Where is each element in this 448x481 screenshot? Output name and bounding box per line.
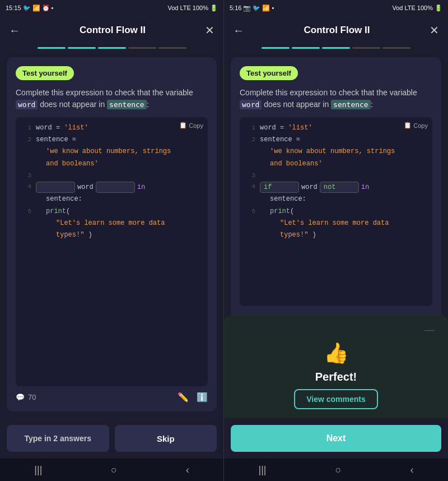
right-sentence-highlight: sentence [331,100,371,109]
left-word-highlight: word [16,100,38,109]
right-nav-title: Control Flow II [244,25,430,36]
left-progress-bar [0,45,223,50]
left-progress-2 [68,47,96,49]
left-line-5a: "Let's learn some more data [21,218,202,229]
left-code-block-wrapper: 📋 Copy 1 word = 'list' 2 sentence = 'we … [16,117,208,386]
right-home-icon[interactable]: ○ [335,464,342,476]
right-progress-3 [322,47,350,49]
right-battery: 100% [417,4,433,11]
right-time: 5:16 [230,4,241,11]
right-wifi-icon: 📶 [262,4,270,12]
left-card-description: Complete this expression to check that t… [16,87,208,110]
left-copy-button[interactable]: 📋 Copy [179,122,203,129]
right-line-4b: sentence: [245,194,427,205]
left-menu-icon[interactable]: ||| [34,464,42,476]
left-copy-icon: 📋 [179,122,187,129]
left-line-2: 2 sentence = [21,135,202,145]
right-line-4: 4 word in [245,182,427,193]
right-progress-2 [292,47,320,49]
left-line-2a: 'we know about numbers, strings [21,146,202,157]
left-alarm-icon: ⏰ [42,4,50,12]
right-card-description: Complete this expression to check that t… [240,87,432,110]
left-line-5b: types!" ) [21,230,202,240]
right-progress-1 [262,47,290,49]
left-card: Test yourself Complete this expression t… [7,57,217,411]
right-menu-icon[interactable]: ||| [259,464,267,476]
left-line-1: 1 word = 'list' [21,123,202,133]
left-edit-icon[interactable]: ✏️ [178,392,189,403]
left-twitter-icon: 🐦 [23,4,31,12]
left-close-button[interactable]: ✕ [205,24,214,37]
success-title: Perfect! [315,371,357,383]
right-status-bar: 5:16 📷 🐦 📶 • Vod LTE 100% 🔋 [224,0,448,16]
left-home-icon[interactable]: ○ [111,464,117,476]
right-line-2b: and booleans' [245,159,427,169]
left-progress-4 [128,47,156,49]
left-progress-5 [158,47,186,49]
left-battery-icon: 🔋 [210,4,218,12]
right-signal: Vod LTE [392,4,415,11]
right-twitter-icon: 🐦 [253,4,260,12]
right-line-5b: types!" ) [245,230,427,240]
right-progress-5 [382,47,410,49]
left-back-button[interactable]: ← [9,24,20,37]
right-battery-icon: 🔋 [435,4,442,12]
right-copy-icon: 📋 [404,122,412,129]
left-comment-icon: 💬 [16,393,25,401]
left-comment-section[interactable]: 💬 70 [16,393,36,401]
left-footer-icons: ✏️ ℹ️ [178,392,208,403]
left-dot: • [52,4,54,11]
type-answers-button[interactable]: Type in 2 answers [7,425,109,452]
left-test-badge: Test yourself [16,66,74,80]
right-word-highlight: word [240,100,262,109]
success-thumbs-up-icon: 👍 [324,341,349,365]
left-line-2b: and booleans' [21,159,202,169]
left-wifi-icon: 📶 [32,4,40,12]
left-line-4b: sentence: [21,194,202,205]
left-back-nav-icon[interactable]: ‹ [186,464,189,476]
left-main-content: Test yourself Complete this expression t… [0,50,223,418]
left-progress-1 [38,47,66,49]
left-time: 15:15 [6,4,21,11]
right-copy-button[interactable]: 📋 Copy [404,122,428,129]
right-back-nav-icon[interactable]: ‹ [410,464,413,476]
success-action-icons: — [424,324,439,336]
right-input-2[interactable] [320,182,359,193]
right-line-5: 5 print( [245,206,427,217]
skip-button[interactable]: Skip [115,425,217,452]
right-line-2a: 'we know about numbers, strings [245,146,427,157]
right-code-block-wrapper: 📋 Copy 1 word = 'list' 2 sentence = 'we … [240,117,432,306]
right-photo-icon: 📷 [243,4,251,12]
success-overlay: — 👍 Perfect! View comments [224,315,448,418]
left-status-bar: 15:15 🐦 📶 ⏰ • Vod LTE 100% 🔋 [0,0,223,16]
view-comments-button[interactable]: View comments [294,389,378,409]
right-phone-panel: 5:16 📷 🐦 📶 • Vod LTE 100% 🔋 ← Control Fl… [224,0,448,481]
next-button[interactable]: Next [231,425,441,452]
left-phone-panel: 15:15 🐦 📶 ⏰ • Vod LTE 100% 🔋 ← Control F… [0,0,224,481]
left-info-icon[interactable]: ℹ️ [197,392,208,403]
right-bottom-buttons: Next [224,418,448,459]
left-line-4: 4 word in [21,182,202,193]
right-code-block: 📋 Copy 1 word = 'list' 2 sentence = 'we … [240,117,432,306]
right-back-button[interactable]: ← [233,24,244,37]
left-bottom-nav: ||| ○ ‹ [0,459,223,481]
left-nav-title: Control Flow II [20,25,205,36]
right-progress-bar [224,45,448,50]
left-input-1[interactable] [36,182,75,193]
right-top-nav: ← Control Flow II ✕ [224,16,448,45]
right-main-content: Test yourself Complete this expression t… [224,50,448,315]
right-input-1[interactable] [260,182,299,193]
right-line-2: 2 sentence = [245,135,427,145]
left-code-block: 📋 Copy 1 word = 'list' 2 sentence = 'we … [16,117,208,386]
left-bottom-buttons: Type in 2 answers Skip [0,418,223,459]
success-minus-icon[interactable]: — [424,324,435,336]
right-line-5a: "Let's learn some more data [245,218,427,229]
right-line-3: 3 [245,170,427,181]
left-comment-count: 70 [28,393,36,401]
right-test-badge: Test yourself [240,66,298,80]
left-battery: 100% [193,4,208,11]
left-input-2[interactable] [96,182,135,193]
right-close-button[interactable]: ✕ [430,24,439,37]
right-dot: • [272,4,274,11]
left-line-3: 3 [21,170,202,181]
